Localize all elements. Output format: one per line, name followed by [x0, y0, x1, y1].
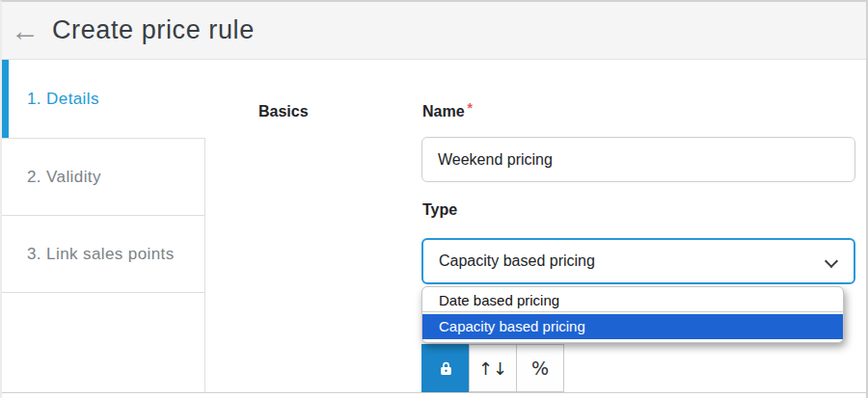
- create-price-rule-window: ← Create price rule 1. Details 2. Validi…: [0, 0, 868, 398]
- step-tab-details[interactable]: 1. Details: [2, 60, 205, 139]
- back-arrow-icon[interactable]: ←: [11, 16, 40, 45]
- percent-icon: %: [531, 358, 549, 379]
- name-input[interactable]: [421, 137, 855, 182]
- step-label: 3. Link sales points: [27, 245, 175, 264]
- step-label: 1. Details: [27, 90, 99, 109]
- lock-icon: [438, 360, 454, 377]
- step-label: 2. Validity: [27, 168, 101, 187]
- up-down-arrows-icon: ↑↓: [478, 358, 507, 379]
- section-title-basics: Basics: [258, 103, 309, 120]
- step-tab-validity[interactable]: 2. Validity: [2, 139, 205, 216]
- type-field-label: Type: [422, 201, 457, 219]
- active-step-indicator: [2, 60, 9, 138]
- chevron-down-icon: [825, 254, 838, 268]
- name-label-text: Name: [422, 103, 465, 119]
- adjustment-mode-toggle: ↑↓ %: [421, 344, 564, 392]
- type-select[interactable]: Capacity based pricing: [421, 238, 855, 284]
- type-dropdown-list: Date based pricing Capacity based pricin…: [421, 286, 844, 343]
- header: ← Create price rule: [2, 2, 866, 60]
- dropdown-option-date-based[interactable]: Date based pricing: [422, 289, 843, 312]
- step-tab-link-sales-points[interactable]: 3. Link sales points: [2, 216, 205, 293]
- name-field-label: Name*: [422, 103, 473, 120]
- percent-toggle-button[interactable]: %: [516, 344, 564, 392]
- required-asterisk: *: [468, 100, 473, 116]
- type-select-value: Capacity based pricing: [439, 252, 595, 270]
- sidebar-filler: [2, 293, 205, 392]
- bottom-divider: [2, 392, 866, 393]
- page-title: Create price rule: [52, 15, 255, 45]
- arrows-toggle-button[interactable]: ↑↓: [469, 344, 517, 392]
- dropdown-option-capacity-based[interactable]: Capacity based pricing: [422, 314, 843, 339]
- lock-toggle-button[interactable]: [421, 344, 470, 392]
